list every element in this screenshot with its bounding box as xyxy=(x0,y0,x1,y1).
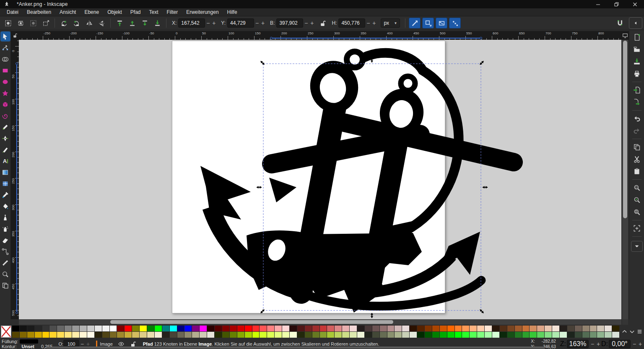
palette-swatch[interactable] xyxy=(402,332,410,338)
palette-swatch[interactable] xyxy=(372,332,380,338)
affect-patterns-button[interactable] xyxy=(449,18,461,28)
lock-ratio-icon[interactable] xyxy=(317,18,328,28)
palette-swatch[interactable] xyxy=(80,332,87,338)
tool-pencil[interactable] xyxy=(0,122,10,132)
palette-swatch[interactable] xyxy=(65,326,72,331)
command-redo[interactable] xyxy=(631,125,643,136)
palette-swatch[interactable] xyxy=(267,332,275,338)
palette-swatch[interactable] xyxy=(117,332,125,338)
palette-swatch[interactable] xyxy=(275,332,282,338)
tool-pen[interactable] xyxy=(0,133,10,143)
menu-item-bearbeiten[interactable]: Bearbeiten xyxy=(23,8,55,16)
palette-swatch[interactable] xyxy=(184,332,192,338)
select-all-button[interactable] xyxy=(3,18,13,28)
palette-swatch[interactable] xyxy=(192,326,200,331)
palette-swatch[interactable] xyxy=(327,326,335,331)
raise-button[interactable] xyxy=(127,18,138,28)
height-decrement[interactable]: − xyxy=(365,20,371,26)
rotate-ccw-button[interactable] xyxy=(58,18,69,28)
palette-swatch[interactable] xyxy=(582,326,590,331)
command-export[interactable] xyxy=(631,97,643,108)
palette-swatch[interactable] xyxy=(425,332,432,338)
palette-swatch[interactable] xyxy=(410,326,417,331)
command-zoom-drawing[interactable] xyxy=(631,194,643,205)
palette-swatch[interactable] xyxy=(500,326,507,331)
layer-name[interactable]: Image xyxy=(100,341,113,346)
horizontal-scrollbar-thumb[interactable] xyxy=(110,320,393,324)
palette-swatch[interactable] xyxy=(485,326,492,331)
palette-swatch[interactable] xyxy=(522,326,530,331)
palette-swatch[interactable] xyxy=(20,326,27,331)
palette-swatch[interactable] xyxy=(95,326,102,331)
no-color-swatch[interactable] xyxy=(1,326,11,338)
palette-swatch[interactable] xyxy=(132,332,140,338)
palette-swatch[interactable] xyxy=(200,332,207,338)
palette-swatch[interactable] xyxy=(492,326,500,331)
palette-swatch[interactable] xyxy=(87,326,95,331)
palette-swatch[interactable] xyxy=(140,326,147,331)
menu-item-ebene[interactable]: Ebene xyxy=(80,8,103,16)
palette-swatch[interactable] xyxy=(567,326,575,331)
palette-swatch[interactable] xyxy=(140,332,147,338)
width-decrement[interactable]: − xyxy=(303,20,309,26)
rotation-decrement[interactable]: − xyxy=(631,341,637,347)
palette-swatch[interactable] xyxy=(305,326,312,331)
tool-dropper[interactable] xyxy=(0,190,10,200)
palette-swatch[interactable] xyxy=(312,332,320,338)
palette-swatch[interactable] xyxy=(245,326,252,331)
palette-swatch[interactable] xyxy=(215,332,222,338)
palette-swatch[interactable] xyxy=(27,326,35,331)
tool-eraser[interactable] xyxy=(0,235,10,245)
palette-swatch[interactable] xyxy=(57,332,65,338)
palette-swatch[interactable] xyxy=(27,332,35,338)
command-fit-page[interactable] xyxy=(631,223,643,234)
palette-swatch[interactable] xyxy=(605,326,612,331)
palette-swatch[interactable] xyxy=(335,326,342,331)
palette-swatch[interactable] xyxy=(357,332,365,338)
palette-swatch[interactable] xyxy=(87,332,95,338)
palette-swatch[interactable] xyxy=(110,326,117,331)
tool-connector[interactable] xyxy=(0,246,10,256)
palette-swatch[interactable] xyxy=(567,332,575,338)
vertical-scrollbar[interactable] xyxy=(622,40,628,319)
palette-swatch[interactable] xyxy=(162,326,170,331)
palette-swatch[interactable] xyxy=(267,326,275,331)
palette-swatch[interactable] xyxy=(597,332,605,338)
select-all-layers-button[interactable] xyxy=(15,18,26,28)
palette-swatch[interactable] xyxy=(49,326,57,331)
ruler-lock-icon[interactable] xyxy=(11,31,19,40)
menu-item-filter[interactable]: Filter xyxy=(163,8,182,16)
command-paste[interactable] xyxy=(631,166,643,177)
palette-swatch[interactable] xyxy=(95,332,102,338)
palette-swatch[interactable] xyxy=(365,326,372,331)
palette-swatch[interactable] xyxy=(177,326,185,331)
palette-swatch[interactable] xyxy=(440,332,447,338)
palette-swatch[interactable] xyxy=(440,326,447,331)
vertical-scrollbar-thumb[interactable] xyxy=(623,41,627,218)
lower-button[interactable] xyxy=(139,18,150,28)
palette-swatch[interactable] xyxy=(297,326,305,331)
palette-swatch[interactable] xyxy=(432,332,440,338)
command-cut[interactable] xyxy=(631,154,643,165)
tool-box-3d[interactable] xyxy=(0,99,10,109)
x-increment[interactable]: + xyxy=(211,20,217,26)
palette-swatch[interactable] xyxy=(515,326,522,331)
palette-swatch[interactable] xyxy=(530,332,537,338)
palette-swatch[interactable] xyxy=(125,326,132,331)
command-open[interactable] xyxy=(631,44,643,55)
palette-swatch[interactable] xyxy=(57,326,65,331)
y-increment[interactable]: + xyxy=(260,20,266,26)
x-input[interactable]: 167,542 xyxy=(178,18,205,28)
command-commandbar-more[interactable] xyxy=(631,241,643,252)
close-button[interactable] xyxy=(626,0,644,8)
menu-item-text[interactable]: Text xyxy=(145,8,163,16)
palette-swatch[interactable] xyxy=(117,326,125,331)
palette-swatch[interactable] xyxy=(455,332,462,338)
palette-swatch[interactable] xyxy=(252,332,260,338)
palette-swatch[interactable] xyxy=(245,332,252,338)
palette-swatch[interactable] xyxy=(522,332,530,338)
palette-swatch[interactable] xyxy=(305,332,312,338)
palette-swatch[interactable] xyxy=(260,326,267,331)
restore-button[interactable] xyxy=(607,0,626,8)
palette-swatch[interactable] xyxy=(42,332,50,338)
